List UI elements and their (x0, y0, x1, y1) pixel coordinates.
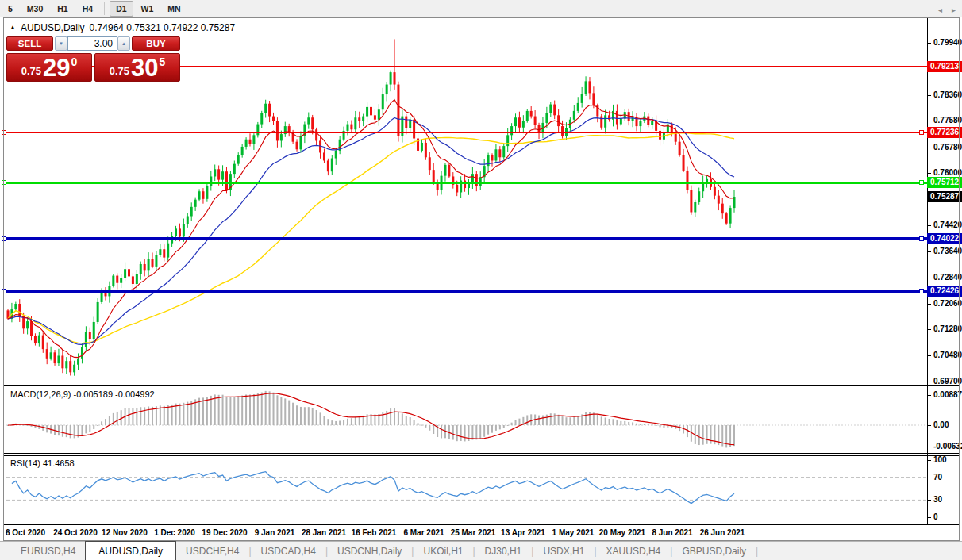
price-tick-dash (927, 355, 931, 356)
buy-price-display[interactable]: 0.75 30 5 (94, 53, 180, 82)
price-axis-tick: 0.72060 (933, 299, 962, 308)
tab-xauusd-h4[interactable]: XAUUSD,H4 (597, 542, 671, 560)
price-axis-tick: 0.72840 (933, 273, 962, 282)
hline-0.72426[interactable] (6, 290, 927, 293)
volume-decrease-button[interactable]: ▾ (55, 36, 67, 51)
price-axis-tick: 0.76000 (933, 168, 962, 177)
macd-label: MACD(12,26,9) -0.005189 -0.004992 (10, 389, 155, 399)
one-click-trade-panel: SELL ▾ 3.00 ▴ BUY 0.75 29 0 0.75 30 5 (6, 36, 180, 82)
trading-platform-window: 5M30H1H4D1W1MN ▲ AUDUSD,Daily 0.74964 0.… (0, 0, 962, 560)
price-axis-tick: 0.70480 (933, 351, 962, 359)
volume-increase-button[interactable]: ▴ (117, 36, 130, 51)
price-tick-dash (927, 173, 931, 174)
pane-separator (3, 524, 960, 525)
collapse-panel-icon[interactable]: ▲ (10, 24, 16, 32)
hline-handle-left-0.77236[interactable] (2, 130, 6, 135)
candlestick-series (7, 39, 736, 375)
buy-price-pipette: 5 (160, 56, 166, 68)
pane-separator (3, 455, 960, 456)
timeframe-button-h1[interactable]: H1 (51, 1, 74, 17)
buy-price-prefix: 0.75 (110, 65, 129, 77)
hline-handle-left-0.74022[interactable] (2, 236, 6, 241)
price-tick-dash (927, 382, 931, 382)
pane-separator[interactable] (3, 385, 960, 386)
hline-handle-right-0.75712[interactable] (919, 180, 924, 185)
price-axis-tick: 0.71280 (933, 324, 962, 333)
rsi-axis-tick: 30 (933, 495, 942, 504)
date-axis-label: 26 Jun 2021 (687, 528, 758, 537)
hline-0.77236[interactable] (6, 132, 927, 133)
sell-price-display[interactable]: 0.75 29 0 (6, 53, 92, 82)
rsi-indicator-pane[interactable] (6, 455, 927, 524)
tab-scroll-left-icon[interactable]: ◂ (938, 6, 942, 14)
tab-usdx-h1[interactable]: USDX,H1 (533, 542, 594, 560)
tab-audusd-daily[interactable]: AUDUSD,Daily (85, 541, 176, 560)
macd-axis-tick: 0.00 (933, 420, 949, 429)
rsi-tick-dash (927, 460, 931, 461)
price-tick-dash (927, 148, 931, 148)
volume-spinner: ▾ 3.00 ▴ (55, 36, 130, 51)
price-tick-dash (927, 251, 931, 252)
sell-price-digits: 29 (43, 56, 70, 79)
current-price-badge: 0.75287 (927, 191, 962, 202)
price-axis-line (927, 18, 928, 525)
rsi-tick-dash (927, 517, 931, 518)
hline-0.74022[interactable] (6, 237, 927, 240)
hline-handle-right-0.74022[interactable] (919, 236, 924, 241)
hline-0.75712[interactable] (6, 182, 927, 184)
price-tick-dash (927, 43, 931, 44)
timeframe-button-mn[interactable]: MN (161, 1, 187, 17)
price-tick-dash (927, 225, 931, 226)
buy-button[interactable]: BUY (132, 36, 180, 51)
timeframe-toolbar: 5M30H1H4D1W1MN (0, 0, 962, 17)
price-axis-tick: 0.77580 (933, 116, 962, 125)
chart-ohlc-values: 0.74964 0.75321 0.74922 0.75287 (90, 22, 236, 33)
sell-price-prefix: 0.75 (21, 65, 41, 77)
tab-gbpusd-daily[interactable]: GBPUSD,Daily (672, 542, 756, 560)
macd-axis-tick: 0.008871 (933, 390, 962, 399)
tab-scroll-right-icon[interactable]: ▸ (952, 6, 956, 14)
tab-separator: | (756, 542, 758, 560)
price-badge-0.74022: 0.74022 (927, 233, 962, 244)
price-badge-0.75712: 0.75712 (927, 177, 962, 188)
timeframe-button-d1[interactable]: D1 (110, 1, 133, 17)
price-badge-0.77236: 0.77236 (927, 127, 962, 138)
hline-handle-left-0.75712[interactable] (2, 180, 6, 185)
price-tick-dash (927, 329, 931, 330)
hline-handle-right-0.72426[interactable] (919, 289, 924, 293)
tab-usdchf-h4[interactable]: USDCHF,H4 (176, 542, 248, 560)
tab-eurusd-h4[interactable]: EURUSD,H4 (11, 542, 85, 560)
rsi-axis-tick: 70 (933, 473, 942, 481)
price-tick-dash (927, 121, 931, 121)
price-badge-0.79213: 0.79213 (927, 61, 962, 72)
rsi-tick-dash (927, 500, 931, 501)
tab-usdcnh-daily[interactable]: USDCNH,Daily (328, 542, 411, 560)
chart-title: ▲ AUDUSD,Daily 0.74964 0.75321 0.74922 0… (10, 22, 235, 33)
macd-tick-dash (927, 447, 931, 447)
rsi-tick-dash (927, 478, 931, 478)
hline-handle-left-0.72426[interactable] (2, 289, 6, 293)
rsi-axis-tick: 0 (933, 512, 938, 521)
toolbar-separator (104, 2, 105, 15)
price-axis-tick: 0.78360 (933, 90, 962, 99)
timeframe-button-5[interactable]: 5 (2, 1, 19, 17)
macd-tick-dash (927, 395, 931, 396)
sell-button[interactable]: SELL (6, 36, 53, 51)
rsi-label: RSI(14) 41.4658 (10, 458, 75, 468)
tab-usdcad-h4[interactable]: USDCAD,H4 (252, 542, 325, 560)
tab-ukoil-h1[interactable]: UKOil,H1 (414, 542, 472, 560)
timeframe-button-w1[interactable]: W1 (135, 1, 160, 17)
volume-input[interactable]: 3.00 (67, 36, 117, 51)
hline-handle-right-0.77236[interactable] (919, 130, 924, 135)
timeframe-button-h4[interactable]: H4 (76, 1, 99, 17)
price-axis-tick: 0.69700 (933, 377, 962, 385)
rsi-axis-tick: 100 (933, 455, 947, 464)
chart-symbol-label: AUDUSD,Daily (21, 22, 85, 33)
pane-separator[interactable] (3, 453, 960, 454)
price-axis-tick: 0.79940 (933, 38, 962, 47)
price-tick-dash (927, 278, 931, 278)
timeframe-button-m30[interactable]: M30 (21, 1, 49, 17)
tab-dj30-h1[interactable]: DJ30,H1 (475, 542, 532, 560)
ma-fast-line (8, 100, 734, 358)
buy-price-digits: 30 (131, 56, 158, 79)
